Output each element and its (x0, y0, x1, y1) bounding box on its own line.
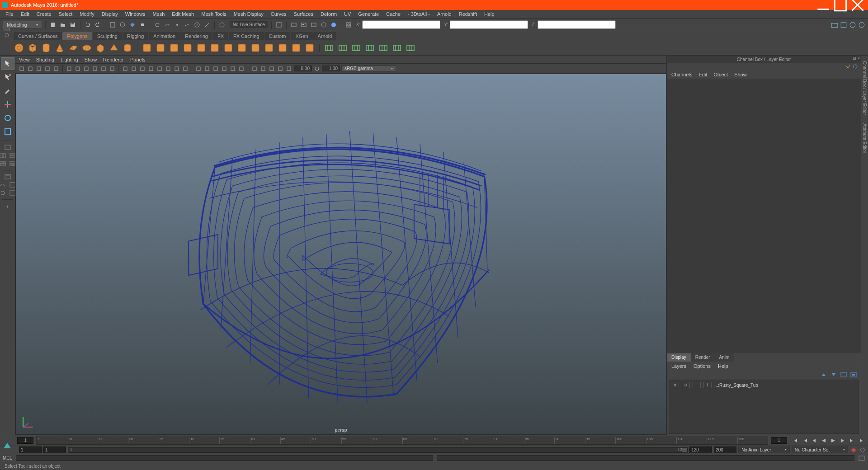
poly-sphere-icon[interactable] (14, 42, 24, 53)
poly-green7-icon[interactable] (405, 42, 416, 53)
lasso-tool[interactable] (1, 71, 14, 84)
timeline-current-frame[interactable]: 1 (17, 437, 33, 444)
panel-menu-panels[interactable]: Panels (130, 57, 146, 62)
shelf-tab-fx-caching[interactable]: FX Caching (229, 32, 264, 40)
panel-tool-2[interactable] (35, 65, 42, 72)
right-rail-tab-1[interactable]: Attribute Editor (862, 121, 868, 156)
play-forward-button[interactable] (829, 437, 838, 444)
set-key-button[interactable] (850, 447, 857, 453)
cb-menu-show[interactable]: Show (734, 72, 747, 77)
character-set-combo[interactable]: No Character Set (792, 446, 848, 453)
step-forward-key-button[interactable] (848, 437, 857, 444)
menu--dtoall-[interactable]: - 3DtoAll - (404, 10, 434, 18)
gamma-value-1[interactable]: 0.00 (294, 66, 312, 71)
panel-menu-show[interactable]: Show (85, 57, 97, 62)
exposure-icon[interactable] (313, 65, 321, 72)
poly-smooth-icon[interactable] (223, 42, 234, 53)
grid-icon[interactable] (344, 21, 353, 29)
panel-tool-1[interactable] (27, 65, 34, 72)
make-live-icon[interactable] (218, 21, 226, 29)
script-editor-icon[interactable] (858, 455, 865, 461)
panel-tool-24[interactable] (238, 65, 245, 72)
poly-multicut-icon[interactable] (236, 42, 247, 53)
panel-tool-6[interactable] (74, 65, 81, 72)
layer-menu-options[interactable]: Options (693, 363, 711, 369)
step-back-frame-button[interactable] (810, 437, 819, 444)
coord-x-input[interactable] (362, 20, 440, 29)
panel-tool-17[interactable] (173, 65, 180, 72)
menu-file[interactable]: File (2, 10, 17, 18)
toolbox-layout-3a[interactable] (0, 160, 7, 167)
menu-modify[interactable]: Modify (76, 10, 98, 18)
panel-tool-13[interactable] (139, 65, 146, 72)
panel-tool-14[interactable] (147, 65, 155, 72)
live-surface-label[interactable]: No Live Surface (230, 21, 268, 28)
panel-menu-view[interactable]: View (19, 57, 30, 62)
layer-visibility-cell[interactable]: V (671, 382, 679, 388)
poly-separate-icon[interactable] (182, 42, 193, 53)
save-scene-icon[interactable] (69, 21, 77, 29)
snap-curve-icon[interactable] (163, 21, 171, 29)
poly-cube-icon[interactable] (27, 42, 38, 53)
xray-icon[interactable] (849, 21, 856, 28)
panel-tool-12[interactable] (130, 65, 137, 72)
panel-tool-23[interactable] (229, 65, 236, 72)
modelling-toolkit-icon[interactable] (831, 21, 838, 28)
layer-move-down-icon[interactable] (830, 371, 837, 378)
menu-windows[interactable]: Windows (122, 10, 149, 18)
go-to-start-button[interactable] (791, 437, 800, 444)
auto-key-button[interactable] (859, 447, 866, 453)
poly-target-weld-icon[interactable] (250, 42, 261, 53)
panel-tool-22[interactable] (221, 65, 228, 72)
poly-green2-icon[interactable] (337, 42, 348, 53)
panel-menu-renderer[interactable]: Renderer (103, 57, 124, 62)
poly-cylinder-icon[interactable] (41, 42, 52, 53)
layer-display-cell[interactable] (693, 382, 701, 388)
poly-cone-icon[interactable] (54, 42, 65, 53)
menu-help[interactable]: Help (481, 10, 498, 18)
menu-generate[interactable]: Generate (354, 10, 382, 18)
toolbox-layout-2a[interactable] (0, 152, 7, 159)
menu-deform[interactable]: Deform (317, 10, 340, 18)
panel-tool-19[interactable] (195, 65, 202, 72)
panel-tool-27[interactable] (268, 65, 275, 72)
toolbox-outliner-icon[interactable] (3, 173, 12, 180)
coord-z-input[interactable] (538, 20, 616, 29)
move-tool[interactable] (1, 98, 14, 111)
select-hier-icon[interactable] (118, 21, 127, 29)
undo-icon[interactable] (84, 21, 92, 29)
anim-layer-combo[interactable]: No Anim Layer (738, 446, 790, 453)
scale-tool[interactable] (1, 125, 14, 138)
layer-tab-anim[interactable]: Anim (715, 353, 734, 362)
panel-tool-28[interactable] (277, 65, 284, 72)
range-end-inner[interactable]: 120 (689, 446, 712, 453)
menu-redshift[interactable]: Redshift (455, 10, 481, 18)
panel-tool-5[interactable] (66, 65, 73, 72)
rotate-tool[interactable] (1, 112, 14, 124)
shelf-tab-arnold[interactable]: Arnold (313, 32, 337, 40)
shelf-tab-polygons[interactable]: Polygons (62, 32, 92, 40)
cb-menu-channels[interactable]: Channels (671, 72, 692, 77)
paint-select-tool[interactable] (1, 85, 14, 97)
snap-grid-icon[interactable] (153, 21, 161, 29)
layer-playback-cell[interactable]: P (682, 382, 690, 388)
layer-menu-help[interactable]: Help (718, 363, 728, 369)
poly-pyramid-icon[interactable] (108, 42, 119, 53)
menu-curves[interactable]: Curves (267, 10, 290, 18)
menu-surfaces[interactable]: Surfaces (290, 10, 317, 18)
shelf-tab-xgen[interactable]: XGen (291, 32, 312, 40)
command-language-label[interactable]: MEL (3, 456, 12, 461)
step-back-key-button[interactable] (800, 437, 809, 444)
shelf-tab-curves-surfaces[interactable]: Curves / Surfaces (14, 32, 62, 40)
poly-green3-icon[interactable] (351, 42, 362, 53)
menu-uv[interactable]: UV (340, 10, 354, 18)
poly-combine-icon[interactable] (169, 42, 179, 53)
toolbox-hyper-icon[interactable] (0, 189, 7, 197)
play-back-button[interactable] (819, 437, 828, 444)
range-end-outer[interactable]: 200 (714, 446, 736, 453)
poly-platonics-icon[interactable] (142, 42, 152, 53)
layer-move-up-icon[interactable] (820, 371, 827, 378)
maximize-button[interactable] (832, 0, 849, 10)
range-start-outer[interactable]: 1 (19, 446, 42, 453)
poly-bevel-icon[interactable] (291, 42, 302, 53)
